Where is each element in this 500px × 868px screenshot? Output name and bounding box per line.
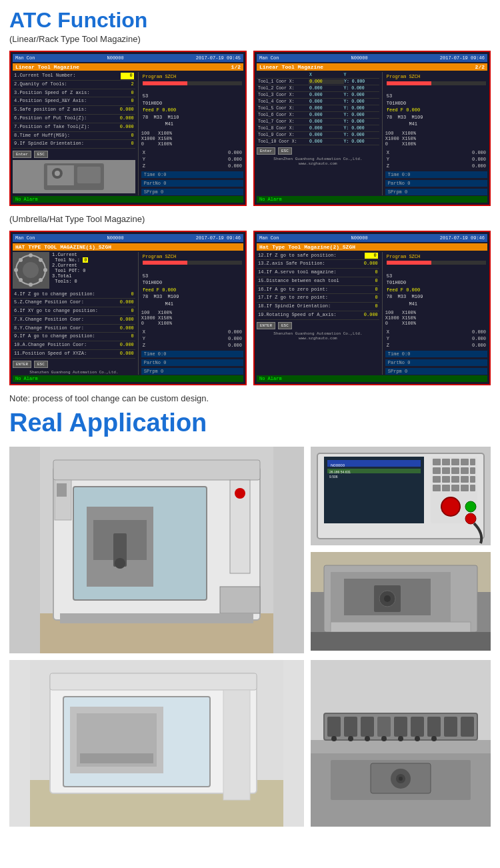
svg-point-69	[384, 595, 391, 602]
linear-screen-2: Man Con N00000 2017-07-19 09:46 Linear T…	[253, 51, 491, 206]
hat-screen-1: Man Con N00000 2017-07-19 09:46 HAT TYPE…	[9, 231, 247, 386]
cnc-row: 5.Safe position of Z axis: 0.000	[13, 106, 135, 115]
prog-bar-4	[387, 261, 486, 265]
cnc-date-2: 2017-07-19 09:46	[440, 55, 485, 61]
enter-esc-4: ENTER ESC	[257, 322, 379, 329]
cnc-row: 4.If Z go to change position: 0	[13, 291, 135, 299]
cnc-row: 16.If A go to zero point: 0	[257, 286, 379, 295]
cnc-row: 5.Z.Change Position Coor: 0.000	[13, 299, 135, 307]
svg-point-8	[43, 268, 47, 272]
svg-rect-43	[470, 459, 475, 465]
cnc-title-4: Hat Type Tool Magazine(2)_SZGH	[257, 243, 487, 251]
cnc-body-3: 1.Current Tool No.: 0 2.Current Tool POT…	[13, 252, 243, 375]
partno-1: PartNo 0	[141, 180, 243, 187]
cnc-title-3: HAT TYPE TOOL MAGAZINE(1)_SZGH	[13, 243, 243, 251]
cnc-row: 9.If Spindle Orientation: 0	[13, 140, 135, 149]
svg-rect-18	[53, 460, 260, 480]
status-2: Time 0:0	[385, 171, 487, 178]
coords-2: X0.000 Y0.000 Z0.000	[385, 149, 487, 169]
svg-rect-52	[461, 476, 469, 483]
tool-row: Tool_9 Coor X: 0.000 Y: 0.000	[257, 132, 379, 139]
cnc-header-4: Man Con N00000 2017-07-19 09:46	[257, 234, 487, 242]
photo-cnc-machine	[9, 447, 304, 653]
esc-btn-4[interactable]: ESC	[278, 322, 292, 329]
spindle-3: 100 X100% X1000 X150% 0 X100%	[141, 310, 243, 326]
svg-text:N00000: N00000	[331, 463, 345, 467]
esc-btn-1[interactable]: ESC	[34, 151, 48, 158]
svg-rect-88	[377, 717, 391, 737]
cnc-right-4: Program SZCH 53 T01H0D0 feed F 0.000 78 …	[382, 252, 487, 375]
machine-img-1	[13, 160, 135, 193]
cnc-row: 7.Position of Take Tool(Z): 0.000	[13, 123, 135, 132]
tool-row: Tool_3 Coor X: 0.000 Y: 0.000	[257, 92, 379, 99]
svg-point-60	[465, 501, 476, 512]
svg-rect-39	[433, 459, 441, 465]
svg-rect-55	[442, 485, 450, 491]
cnc-row: 12.If Z go to safe position: 0	[257, 252, 379, 261]
svg-rect-90	[411, 717, 424, 737]
svg-rect-50	[442, 476, 450, 483]
cnc-right-1: Program SZCH 53 T01H0D0 feed F 0.000 78 …	[138, 72, 243, 195]
svg-point-98	[398, 736, 403, 741]
partno-3: PartNo 0	[141, 359, 243, 366]
tool-row: Tool_7 Coor X: 0.000 Y: 0.000	[257, 119, 379, 125]
prog-display-3: Program SZCH 53 T01H0D0 feed F 0.000 78 …	[141, 252, 243, 309]
prog-bar-fill-3	[143, 261, 187, 265]
svg-rect-40	[442, 459, 450, 465]
linear-subtitle: (Linear/Rack Type Tool Magazine)	[9, 34, 491, 44]
partno-2: PartNo 0	[385, 180, 487, 187]
enter-btn-4[interactable]: ENTER	[257, 322, 275, 329]
svg-point-14	[19, 258, 23, 262]
tool-row: Tool_8 Coor X: 0.000 Y: 0.000	[257, 125, 379, 132]
page-wrapper: ATC Function (Linear/Rack Type Tool Maga…	[0, 0, 500, 835]
enter-btn-3[interactable]: ENTER	[13, 361, 31, 368]
coords-3: X0.000 Y0.000 Z0.000	[141, 329, 243, 349]
photos-bottom-row	[9, 660, 491, 827]
svg-rect-91	[427, 717, 441, 737]
cnc-body-2: X Y Tool_1 Coor X: 0.000 Y: 0.000 Tool_2…	[257, 72, 487, 195]
spindle-4: 100 X100% X1000 X150% 0 X100%	[385, 310, 487, 326]
cnc-title-1: Linear Tool Magazine 1/2	[13, 63, 243, 71]
prog-bar-fill-2	[387, 81, 431, 85]
sprpm-3: SPrpm 0	[141, 368, 243, 375]
status-4: Time 0:0	[385, 351, 487, 357]
svg-point-13	[19, 278, 23, 282]
prog-bar-fill-1	[143, 81, 187, 85]
svg-text:9.506: 9.506	[329, 475, 338, 479]
svg-point-11	[39, 258, 43, 262]
cnc-row: 17.If Z go to zero point: 0	[257, 294, 379, 303]
enter-esc-2: Enter ESC	[257, 147, 379, 155]
company-4: Shenzhen Guanhong Automation Co.,Ltd.	[257, 331, 379, 336]
website-4: www.szghauto.com	[257, 336, 379, 341]
svg-rect-45	[442, 467, 450, 474]
atc-title: ATC Function	[9, 8, 491, 33]
svg-rect-87	[361, 717, 374, 737]
cnc-row: 18.If Spindle Orientation: 0	[257, 303, 379, 311]
svg-rect-26	[220, 587, 260, 613]
enter-btn-2[interactable]: Enter	[257, 147, 275, 155]
enter-btn-1[interactable]: Enter	[13, 151, 31, 158]
website-2: www.szghauto.com	[257, 161, 379, 166]
cnc-right-2: Program SZCH 53 T01H0D0 feed F 0.000 78 …	[382, 72, 487, 195]
svg-point-4	[55, 171, 60, 176]
cnc-row: 9.If A go to change position: 0	[13, 333, 135, 341]
cnc-row: 6.If XY go to change position: 0	[13, 307, 135, 316]
svg-rect-71	[311, 632, 491, 651]
esc-btn-3[interactable]: ESC	[34, 361, 48, 368]
alarm-2: No Alarm	[257, 196, 487, 203]
svg-rect-49	[433, 476, 441, 483]
tool-row: Tool_6 Coor X: 0.000 Y: 0.000	[257, 112, 379, 119]
cnc-right-3: Program SZCH 53 T01H0D0 feed F 0.000 78 …	[138, 252, 243, 375]
sprpm-4: SPrpm 0	[385, 368, 487, 375]
spindle-2: 100 X100% X1000 X150% 0 X100%	[385, 131, 487, 147]
svg-rect-58	[470, 485, 475, 491]
svg-rect-46	[451, 467, 459, 474]
esc-btn-2[interactable]: ESC	[278, 147, 292, 155]
company-3: Shenzhen Guanhong Automation Co.,Ltd.	[13, 370, 135, 375]
cnc-row: 19.Rotating Speed of A_axis: 0.000	[257, 311, 379, 320]
real-app-title: Real Application	[9, 409, 491, 437]
svg-rect-92	[444, 717, 457, 737]
cnc-program-1: N00000	[107, 55, 123, 61]
cnc-row: 11.Position Speed of XYZA: 0.000	[13, 350, 135, 359]
svg-point-10	[14, 268, 18, 272]
